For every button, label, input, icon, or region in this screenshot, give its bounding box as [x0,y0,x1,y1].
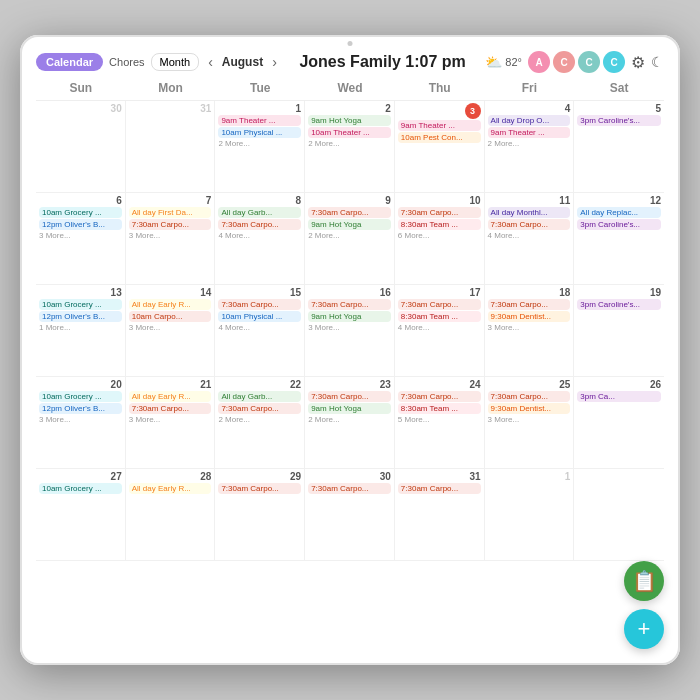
calendar-event[interactable]: 7:30am Carpo... [218,219,301,230]
calendar-event[interactable]: 10am Grocery ... [39,483,122,494]
avatar[interactable]: C [553,51,575,73]
calendar-event[interactable]: 3pm Caroline's... [577,115,661,126]
add-event-fab-btn[interactable]: + [624,609,664,649]
calendar-event[interactable]: 9am Hot Yoga [308,311,391,322]
calendar-event[interactable]: 10am Pest Con... [398,132,481,143]
calendar-cell[interactable]: 1 [485,469,575,560]
calendar-cell[interactable]: 247:30am Carpo...8:30am Team ...5 More..… [395,377,485,468]
calendar-cell[interactable]: 157:30am Carpo...10am Physical ...4 More… [215,285,305,376]
calendar-event[interactable]: 7:30am Carpo... [398,299,481,310]
calendar-event[interactable]: All day Garb... [218,391,301,402]
calendar-event[interactable]: 10am Theater ... [308,127,391,138]
calendar-cell[interactable]: 257:30am Carpo...9:30am Dentist...3 More… [485,377,575,468]
more-events-link[interactable]: 3 More... [39,415,122,424]
calendar-event[interactable]: 3pm Caroline's... [577,219,661,230]
calendar-event[interactable]: All day First Da... [129,207,212,218]
calendar-cell[interactable]: 8All day Garb...7:30am Carpo...4 More... [215,193,305,284]
calendar-event[interactable]: All day Monthl... [488,207,571,218]
calendar-cell[interactable]: 31 [126,101,216,192]
more-events-link[interactable]: 4 More... [218,231,301,240]
calendar-event[interactable]: 7:30am Carpo... [218,299,301,310]
calendar-cell[interactable]: 30 [36,101,126,192]
calendar-cell[interactable]: 177:30am Carpo...8:30am Team ...4 More..… [395,285,485,376]
calendar-cell[interactable]: 307:30am Carpo... [305,469,395,560]
calendar-cell[interactable]: 97:30am Carpo...9am Hot Yoga2 More... [305,193,395,284]
more-events-link[interactable]: 3 More... [129,231,212,240]
calendar-cell[interactable]: 317:30am Carpo... [395,469,485,560]
calendar-cell[interactable]: 12All day Replac...3pm Caroline's... [574,193,664,284]
calendar-cell[interactable]: 2710am Grocery ... [36,469,126,560]
chores-tab-btn[interactable]: Chores [109,56,144,68]
calendar-event[interactable]: 10am Physical ... [218,311,301,322]
calendar-event[interactable]: 7:30am Carpo... [218,483,301,494]
calendar-event[interactable]: All day Early R... [129,483,212,494]
calendar-cell[interactable]: 237:30am Carpo...9am Hot Yoga2 More... [305,377,395,468]
more-events-link[interactable]: 3 More... [308,323,391,332]
calendar-event[interactable]: 8:30am Team ... [398,311,481,322]
calendar-event[interactable]: 9:30am Dentist... [488,311,571,322]
calendar-event[interactable]: 12pm Oliver's B... [39,219,122,230]
calendar-event[interactable]: 9am Theater ... [398,120,481,131]
calendar-cell[interactable]: 187:30am Carpo...9:30am Dentist...3 More… [485,285,575,376]
more-events-link[interactable]: 3 More... [488,415,571,424]
more-events-link[interactable]: 3 More... [129,323,212,332]
calendar-event[interactable]: 10am Grocery ... [39,207,122,218]
calendar-cell[interactable]: 193pm Caroline's... [574,285,664,376]
more-events-link[interactable]: 2 More... [308,415,391,424]
calendar-cell[interactable]: 29am Hot Yoga10am Theater ...2 More... [305,101,395,192]
settings-btn[interactable]: ⚙ [631,53,645,72]
more-events-link[interactable]: 3 More... [488,323,571,332]
calendar-cell[interactable]: 14All day Early R...10am Carpo...3 More.… [126,285,216,376]
calendar-event[interactable]: 10am Carpo... [129,311,212,322]
calendar-event[interactable]: 7:30am Carpo... [398,483,481,494]
calendar-event[interactable]: 9am Theater ... [218,115,301,126]
avatar[interactable]: C [578,51,600,73]
calendar-event[interactable]: 10am Grocery ... [39,391,122,402]
sleep-mode-btn[interactable]: ☾ [651,54,664,70]
calendar-event[interactable]: 9am Hot Yoga [308,403,391,414]
calendar-cell[interactable]: 263pm Ca... [574,377,664,468]
calendar-event[interactable]: 7:30am Carpo... [129,403,212,414]
calendar-event[interactable]: 9am Theater ... [488,127,571,138]
prev-month-btn[interactable]: ‹ [205,54,216,70]
more-events-link[interactable]: 4 More... [398,323,481,332]
more-events-link[interactable]: 4 More... [218,323,301,332]
calendar-event[interactable]: 7:30am Carpo... [218,403,301,414]
calendar-event[interactable]: 10am Physical ... [218,127,301,138]
more-events-link[interactable]: 3 More... [39,231,122,240]
more-events-link[interactable]: 5 More... [398,415,481,424]
calendar-cell[interactable]: 2010am Grocery ...12pm Oliver's B...3 Mo… [36,377,126,468]
calendar-event[interactable]: All day Garb... [218,207,301,218]
more-events-link[interactable]: 2 More... [308,231,391,240]
calendar-cell[interactable]: 1310am Grocery ...12pm Oliver's B...1 Mo… [36,285,126,376]
more-events-link[interactable]: 4 More... [488,231,571,240]
calendar-event[interactable]: 3pm Caroline's... [577,299,661,310]
calendar-event[interactable]: All day Early R... [129,391,212,402]
calendar-cell[interactable]: 21All day Early R...7:30am Carpo...3 Mor… [126,377,216,468]
calendar-cell[interactable]: 53pm Caroline's... [574,101,664,192]
calendar-event[interactable]: All day Early R... [129,299,212,310]
calendar-cell[interactable]: 107:30am Carpo...8:30am Team ...6 More..… [395,193,485,284]
more-events-link[interactable]: 2 More... [218,139,301,148]
avatar[interactable]: A [528,51,550,73]
calendar-event[interactable]: 7:30am Carpo... [398,207,481,218]
calendar-cell[interactable]: 167:30am Carpo...9am Hot Yoga3 More... [305,285,395,376]
calendar-cell[interactable]: 22All day Garb...7:30am Carpo...2 More..… [215,377,305,468]
calendar-tab-btn[interactable]: Calendar [36,53,103,71]
next-month-btn[interactable]: › [269,54,280,70]
calendar-event[interactable]: All day Drop O... [488,115,571,126]
calendar-event[interactable]: 7:30am Carpo... [308,299,391,310]
more-events-link[interactable]: 3 More... [129,415,212,424]
calendar-event[interactable]: 7:30am Carpo... [308,207,391,218]
more-events-link[interactable]: 1 More... [39,323,122,332]
calendar-event[interactable]: 7:30am Carpo... [308,483,391,494]
calendar-event[interactable]: 9am Hot Yoga [308,115,391,126]
month-view-btn[interactable]: Month [151,53,200,71]
more-events-link[interactable]: 2 More... [308,139,391,148]
avatar[interactable]: C [603,51,625,73]
calendar-cell[interactable]: 297:30am Carpo... [215,469,305,560]
calendar-event[interactable]: 3pm Ca... [577,391,661,402]
calendar-event[interactable]: All day Replac... [577,207,661,218]
doc-fab-btn[interactable]: 📋 [624,561,664,601]
calendar-event[interactable]: 7:30am Carpo... [398,391,481,402]
